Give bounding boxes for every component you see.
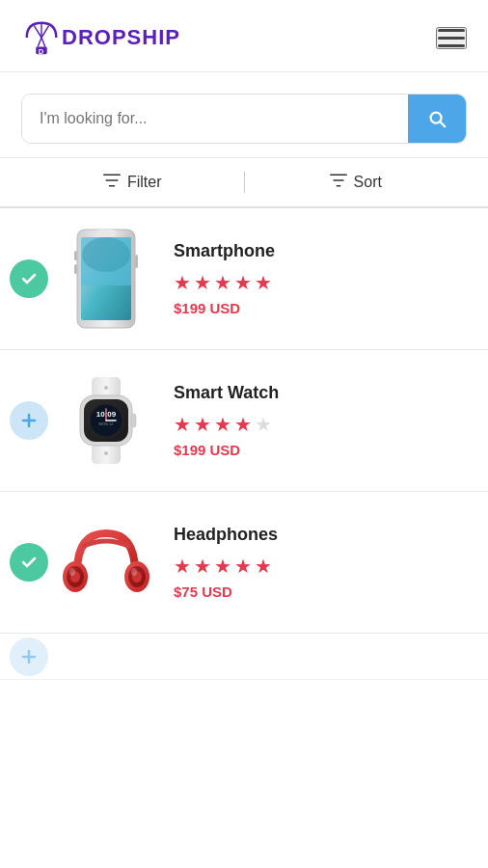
svg-rect-27 [131,414,136,427]
sort-lines-icon [330,172,347,189]
product-info-headphones: Headphones ★ ★ ★ ★ ★ $75 USD [164,525,471,600]
logo-text: DROPSHIP [62,25,180,50]
smartphone-image [72,226,140,332]
product-row [0,634,488,680]
add-product-button[interactable] [10,259,48,298]
hamburger-line-3 [438,44,465,47]
logo-brand-name: ROPSHIP [78,25,180,49]
plus-icon [20,412,38,429]
product-rating: ★ ★ ★ ★ ★ [174,555,471,578]
product-rating: ★ ★ ★ ★ ★ [174,413,471,436]
filter-label: Filter [127,174,162,191]
star-4: ★ [234,413,252,436]
star-1: ★ [174,271,191,294]
product-name: Headphones [174,525,471,545]
svg-point-11 [82,237,130,272]
filter-funnel-icon [103,172,121,189]
svg-point-28 [104,386,108,390]
product-price: $75 USD [174,583,471,600]
star-1: ★ [174,555,191,578]
sort-button[interactable]: Sort [245,172,468,193]
sort-label: Sort [354,174,382,191]
product-row: 10:09 MON 12 Smart Watch ★ ★ ★ ★ ★ $1 [0,350,488,492]
product-list: Smartphone ★ ★ ★ ★ ★ $199 USD [0,208,488,680]
product-rating: ★ ★ ★ ★ ★ [174,271,471,294]
star-3: ★ [214,271,231,294]
product-price: $199 USD [174,442,471,458]
star-2: ★ [194,555,211,578]
product-price: $199 USD [174,300,471,316]
svg-line-4 [41,38,45,47]
add-product-button[interactable] [10,401,48,440]
search-bar [21,94,467,144]
svg-point-36 [69,568,75,576]
star-5: ★ [255,271,272,294]
star-5: ★ [255,413,272,436]
star-1: ★ [174,413,191,436]
svg-rect-12 [96,230,116,237]
star-5: ★ [255,555,272,578]
svg-point-37 [131,568,137,576]
star-3: ★ [214,555,231,578]
star-2: ★ [194,271,211,294]
search-section [0,72,488,158]
search-icon [426,108,447,129]
star-3: ★ [214,413,231,436]
star-2: ★ [194,413,211,436]
svg-rect-15 [74,251,77,260]
headphones-image [63,519,149,606]
star-4: ★ [234,271,252,294]
add-product-button[interactable] [10,637,48,676]
menu-button[interactable] [436,27,467,49]
search-input[interactable] [22,95,408,143]
svg-text:MON 12: MON 12 [99,421,115,426]
add-product-button[interactable] [10,543,48,582]
filter-sort-row: Filter Sort [0,158,488,208]
filter-button[interactable]: Filter [21,172,244,193]
product-image-watch: 10:09 MON 12 [58,367,154,474]
product-image-headphones [58,509,154,615]
app-header: D DROPSHIP [0,0,488,72]
check-icon [20,554,38,571]
svg-point-29 [104,451,108,455]
logo-icon: D [21,17,62,58]
filter-icon [103,172,121,193]
product-image-partial [58,634,154,680]
svg-line-2 [41,26,49,38]
svg-line-0 [34,26,41,38]
product-image-smartphone [58,226,154,332]
hamburger-line-2 [438,37,465,40]
svg-rect-14 [135,255,138,268]
product-name: Smart Watch [174,383,471,403]
product-name: Smartphone [174,241,471,261]
product-info-watch: Smart Watch ★ ★ ★ ★ ★ $199 USD [164,383,471,458]
check-icon [20,270,38,287]
sort-icon [330,172,347,193]
svg-text:D: D [39,47,44,56]
star-4: ★ [234,555,252,578]
svg-rect-16 [74,264,77,274]
watch-image: 10:09 MON 12 [63,372,149,469]
svg-line-3 [38,38,41,47]
product-row: Smartphone ★ ★ ★ ★ ★ $199 USD [0,208,488,350]
plus-icon [20,648,38,665]
product-info-smartphone: Smartphone ★ ★ ★ ★ ★ $199 USD [164,241,471,316]
logo: D DROPSHIP [21,17,180,58]
product-row: Headphones ★ ★ ★ ★ ★ $75 USD [0,492,488,634]
search-button[interactable] [408,95,466,143]
logo-d-letter: D [62,25,78,49]
hamburger-line-1 [438,29,465,32]
